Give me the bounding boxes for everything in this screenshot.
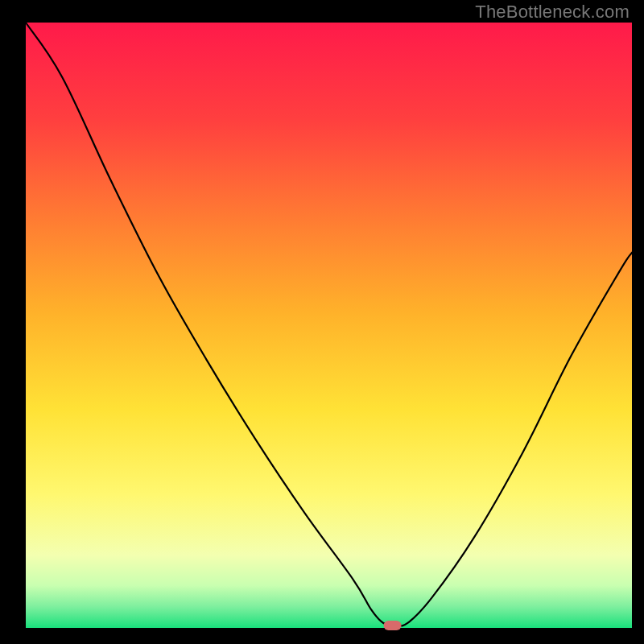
watermark-label: TheBottleneck.com <box>475 2 630 23</box>
chart-frame: TheBottleneck.com <box>0 0 644 644</box>
bottleneck-chart <box>0 0 644 644</box>
plot-background <box>26 23 632 628</box>
optimum-marker <box>384 621 402 630</box>
